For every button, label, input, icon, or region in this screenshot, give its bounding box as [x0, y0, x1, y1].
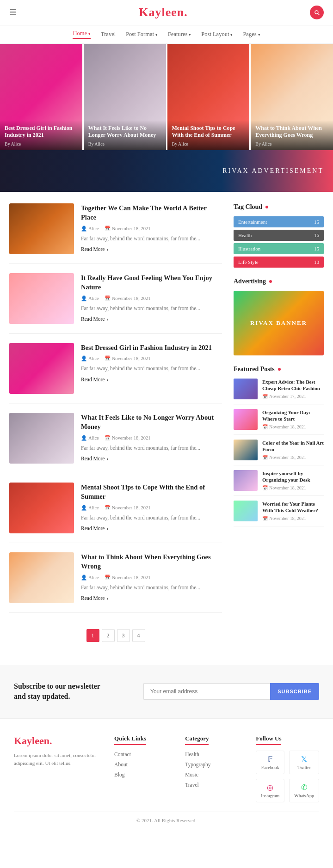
article-3-date: 📅 November 18, 2021 — [105, 355, 151, 361]
hero-section: Best Dressed Girl in Fashion Industry in… — [0, 44, 333, 150]
hero-card-1-author: By Alice — [5, 141, 78, 147]
article-5-excerpt: Far far away, behind the word mountains,… — [81, 514, 222, 522]
featured-3-image[interactable] — [234, 440, 258, 460]
featured-4-date: 📅 November 18, 2021 — [262, 485, 324, 490]
article-1-image[interactable] — [9, 203, 74, 254]
featured-4-title[interactable]: Inspire yourself by Organizing your Desk — [262, 470, 324, 483]
page-2-button[interactable]: 2 — [102, 629, 115, 642]
hero-card-1[interactable]: Best Dressed Girl in Fashion Industry in… — [0, 44, 82, 150]
social-instagram[interactable]: ◎ Instagram — [256, 779, 284, 802]
sidebar-ad-banner[interactable]: RIVAX BANNER — [234, 291, 324, 355]
footer-logo: Kayleen. — [14, 735, 103, 747]
newsletter-email-input[interactable] — [143, 683, 270, 700]
site-logo[interactable]: Kayleen. — [139, 6, 188, 19]
featured-2-content: Organizing Your Day: Where to Start 📅 No… — [262, 409, 324, 429]
article-2-image[interactable] — [9, 273, 74, 324]
article-3-read-more[interactable]: Read More › — [81, 377, 222, 382]
footer-cat-travel[interactable]: Travel — [185, 781, 244, 789]
newsletter-section: Subscribe to our newsletter and stay upd… — [0, 665, 333, 718]
featured-3-content: Color of the Year in Nail Art Form 📅 Nov… — [262, 440, 324, 460]
featured-5-title[interactable]: Worried for Your Plants With This Cold W… — [262, 501, 324, 514]
article-5-read-more[interactable]: Read More › — [81, 526, 222, 531]
article-4-image[interactable] — [9, 413, 74, 464]
article-6-title[interactable]: What to Think About When Everything Goes… — [81, 552, 222, 571]
article-1-author: 👤 Alice — [81, 226, 99, 232]
hamburger-menu-icon[interactable]: ☰ — [9, 7, 17, 18]
featured-5-image[interactable] — [234, 501, 258, 521]
chevron-down-icon: ▾ — [230, 32, 233, 37]
page-3-button[interactable]: 3 — [117, 629, 130, 642]
footer-cat-typography[interactable]: Typography — [185, 761, 244, 768]
article-3-title[interactable]: Best Dressed Girl in Fashion Industry in… — [81, 343, 222, 352]
tag-lifestyle[interactable]: Life Style 10 — [234, 257, 324, 268]
featured-2-title[interactable]: Organizing Your Day: Where to Start — [262, 409, 324, 422]
featured-3-title[interactable]: Color of the Year in Nail Art Form — [262, 440, 324, 453]
article-2-author: 👤 Alice — [81, 295, 99, 301]
footer-quick-links-title: Quick Links — [114, 735, 146, 745]
footer-quick-links-list: Contact About Blog — [114, 751, 173, 778]
article-2-title[interactable]: It Really Have Good Feeling When You Enj… — [81, 273, 222, 292]
search-button[interactable] — [310, 6, 324, 19]
footer-follow-title: Follow Us — [256, 735, 281, 745]
article-list: Together We Can Make The World A Better … — [9, 203, 222, 654]
article-5-title[interactable]: Mental Shoot Tips to Cope With the End o… — [81, 483, 222, 501]
social-facebook[interactable]: 𝔽 Facebook — [256, 751, 284, 774]
hero-card-3[interactable]: Mental Shoot Tips to Cope With the End o… — [167, 44, 250, 150]
article-4-title[interactable]: What It Feels Like to No Longer Worry Ab… — [81, 413, 222, 432]
page-1-button[interactable]: 1 — [86, 629, 99, 642]
social-whatsapp[interactable]: ✆ WhatsApp — [289, 779, 319, 802]
nav-item-home[interactable]: Home ▾ — [73, 30, 91, 39]
article-3-image[interactable] — [9, 343, 74, 394]
featured-item-1: Expert Advice: The Best Cheap Retro Chic… — [234, 379, 324, 404]
article-5-author: 👤 Alice — [81, 505, 99, 511]
hero-card-2[interactable]: What It Feels Like to No Longer Worry Ab… — [84, 44, 166, 150]
social-twitter[interactable]: 𝕏 Twitter — [289, 751, 319, 774]
featured-1-title[interactable]: Expert Advice: The Best Cheap Retro Chic… — [262, 379, 324, 392]
nav-item-pages[interactable]: Pages ▾ — [243, 31, 260, 38]
whatsapp-icon: ✆ — [301, 783, 307, 792]
nav-item-features[interactable]: Features ▾ — [168, 31, 191, 38]
article-4-read-more[interactable]: Read More › — [81, 456, 222, 461]
search-icon — [314, 9, 320, 16]
article-2-date: 📅 November 18, 2021 — [105, 295, 151, 301]
footer-about: Kayleen. Lorem ipsum dolor sit amet, con… — [14, 735, 103, 802]
article-5-image[interactable] — [9, 483, 74, 533]
nav-item-post-layout[interactable]: Post Layout ▾ — [201, 31, 233, 38]
article-1-title[interactable]: Together We Can Make The World A Better … — [81, 203, 222, 222]
footer-cat-health[interactable]: Health — [185, 751, 244, 758]
newsletter-subscribe-button[interactable]: SUBSCRIBE — [270, 683, 319, 700]
chevron-down-icon: ▾ — [189, 32, 191, 37]
footer-description: Lorem ipsum dolor sit amet, consectetur … — [14, 752, 103, 768]
tag-entertainment[interactable]: Entertainment 15 — [234, 216, 324, 227]
main-content: Together We Can Make The World A Better … — [0, 192, 333, 665]
header: ☰ Kayleen. — [0, 0, 333, 25]
featured-2-image[interactable] — [234, 409, 258, 430]
featured-3-date: 📅 November 18, 2021 — [262, 455, 324, 460]
footer-link-about[interactable]: About — [114, 761, 173, 768]
article-3-content: Best Dressed Girl in Fashion Industry in… — [81, 343, 222, 394]
article-4-excerpt: Far far away, behind the word mountains,… — [81, 444, 222, 452]
twitter-icon: 𝕏 — [301, 755, 307, 764]
featured-item-4: Inspire yourself by Organizing your Desk… — [234, 470, 324, 496]
tag-health[interactable]: Health 16 — [234, 230, 324, 241]
footer-link-contact[interactable]: Contact — [114, 751, 173, 758]
footer-link-blog[interactable]: Blog — [114, 771, 173, 778]
page-4-button[interactable]: 4 — [132, 629, 145, 642]
article-2-read-more[interactable]: Read More › — [81, 316, 222, 322]
facebook-icon: 𝔽 — [268, 755, 273, 764]
tag-cloud-title: Tag Cloud — [234, 203, 324, 211]
featured-1-image[interactable] — [234, 379, 258, 399]
article-1-content: Together We Can Make The World A Better … — [81, 203, 222, 254]
tag-illustration[interactable]: Illustration 15 — [234, 243, 324, 254]
hero-card-4[interactable]: What to Think About When Everything Goes… — [251, 44, 333, 150]
article-6-read-more[interactable]: Read More › — [81, 595, 222, 601]
featured-1-date: 📅 November 17, 2021 — [262, 394, 324, 399]
footer-cat-music[interactable]: Music — [185, 771, 244, 778]
featured-4-image[interactable] — [234, 470, 258, 491]
article-1-read-more[interactable]: Read More › — [81, 246, 222, 252]
article-1-date: 📅 November 18, 2021 — [105, 226, 151, 232]
nav-item-travel[interactable]: Travel — [101, 31, 116, 38]
nav-item-post-format[interactable]: Post Format ▾ — [126, 31, 158, 38]
ad-banner: RIVAX ADVERTISEMENT — [0, 150, 333, 192]
article-6-image[interactable] — [9, 552, 74, 603]
